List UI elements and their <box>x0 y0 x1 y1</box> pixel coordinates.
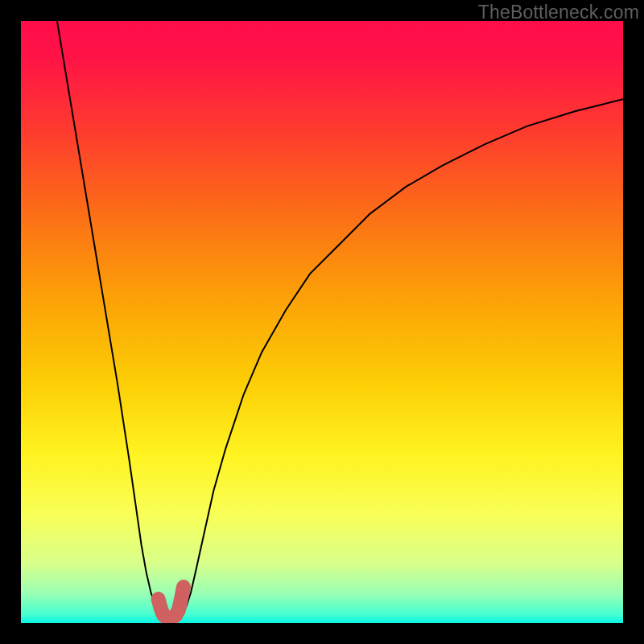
gradient-background <box>21 21 623 623</box>
chart-svg <box>21 21 623 623</box>
watermark-text: TheBottleneck.com <box>478 2 639 23</box>
plot-area <box>21 21 623 623</box>
chart-container: TheBottleneck.com <box>0 0 644 644</box>
